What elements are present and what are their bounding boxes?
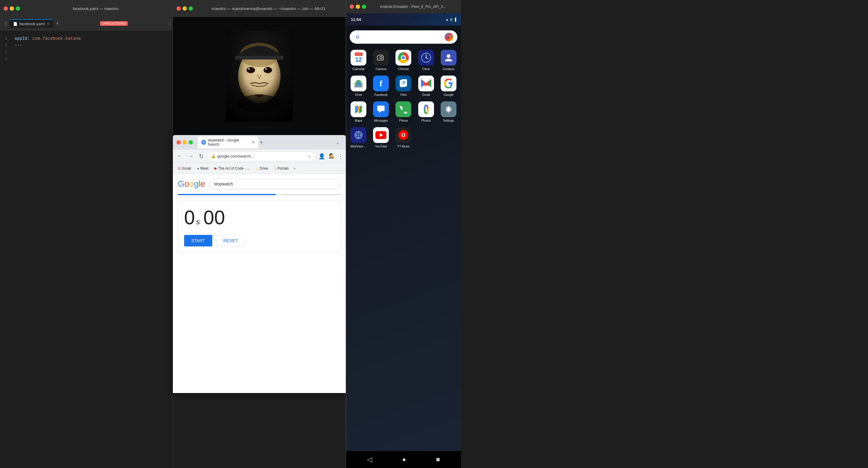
- close-button[interactable]: [4, 6, 8, 11]
- app-drive[interactable]: Drive: [350, 76, 367, 96]
- tab-chevron-button[interactable]: ›: [168, 21, 170, 26]
- back-nav-button[interactable]: ◁: [365, 453, 375, 466]
- editor-titlebar: facebook.yaml — maestro: [0, 0, 173, 17]
- svg-point-6: [265, 68, 267, 70]
- editor-tab[interactable]: 📄 facebook.yaml ✕: [9, 19, 53, 28]
- app-label: Chrome: [398, 67, 409, 71]
- right-background: [461, 0, 868, 468]
- clock-icon: [418, 50, 434, 65]
- app-webview[interactable]: WebView ...: [350, 127, 367, 148]
- gmail-app-icon: [418, 76, 434, 91]
- app-camera[interactable]: Camera: [372, 50, 390, 71]
- terminal-close[interactable]: [177, 6, 181, 11]
- svg-point-12: [380, 57, 382, 59]
- home-nav-button[interactable]: ●: [400, 453, 408, 466]
- recents-nav-button[interactable]: ■: [433, 453, 442, 466]
- app-youtube[interactable]: YouTube: [372, 127, 390, 148]
- photos-icon: [418, 101, 434, 117]
- bookmark-portals[interactable]: □ Portals: [272, 165, 291, 172]
- phone-nav-bar: ◁ ● ■: [346, 451, 461, 468]
- browser-maximize[interactable]: [189, 140, 193, 144]
- bookmarks-more[interactable]: »: [293, 166, 296, 171]
- bookmark-drive[interactable]: △ Drive: [253, 165, 271, 172]
- status-icons: ▲ ||| ▐: [445, 18, 456, 21]
- browser-tab-close[interactable]: ✕: [252, 140, 255, 144]
- app-maps[interactable]: Maps: [350, 101, 367, 122]
- maps-icon: [350, 101, 366, 117]
- app-contacts[interactable]: Contacts: [440, 50, 457, 71]
- app-files[interactable]: Files: [395, 76, 412, 96]
- browser-tab[interactable]: G stopwatch - Google Search ✕: [198, 136, 258, 148]
- app-label: YT Music: [397, 145, 410, 148]
- emulator-minimize[interactable]: [356, 5, 360, 9]
- emulator-traffic-lights: [350, 5, 366, 9]
- app-chrome[interactable]: Chrome: [395, 50, 412, 71]
- browser-close[interactable]: [177, 140, 181, 144]
- address-bar[interactable]: 🔒 google.com/search... ☆: [207, 151, 315, 161]
- youtube-icon: [373, 127, 389, 143]
- bookmark-meet[interactable]: ● Meet: [195, 165, 211, 172]
- app-label: Files: [400, 93, 407, 96]
- app-google[interactable]: Google: [440, 76, 457, 96]
- terminal-minimize[interactable]: [183, 6, 187, 11]
- phone-search-bar[interactable]: G 🎤: [350, 30, 457, 44]
- messages-icon: [373, 101, 389, 117]
- google-logo: Google: [178, 179, 205, 189]
- bookmark-icon[interactable]: ☆: [308, 154, 311, 159]
- app-gmail[interactable]: Gmail: [417, 76, 435, 96]
- back-button[interactable]: ←: [175, 152, 184, 160]
- emulator-screen: 11:54 ▲ ||| ▐ G 🎤 SUN 12: [346, 13, 461, 468]
- forward-button[interactable]: →: [186, 152, 195, 160]
- calendar-icon: SUN 12: [350, 50, 366, 65]
- profile-button[interactable]: 👤: [317, 152, 326, 161]
- bookmarks-bar: G Gmail ● Meet ▶ The Art of Code - ... △…: [173, 163, 346, 174]
- app-phone[interactable]: Phone: [395, 101, 412, 122]
- app-clock[interactable]: Clock: [417, 50, 435, 71]
- app-label: Phone: [399, 119, 408, 122]
- browser-minimize[interactable]: [183, 140, 187, 144]
- app-label: Photos: [421, 119, 431, 122]
- emulator-titlebar: Android Emulator - Pixel_6_Pro_API_3...: [346, 0, 461, 13]
- google-mic-icon[interactable]: 🎤: [445, 33, 453, 41]
- app-label: Google: [444, 93, 454, 96]
- app-ytmusic[interactable]: YT Music: [395, 127, 412, 148]
- start-button[interactable]: START: [184, 235, 212, 246]
- line-number: 4: [5, 56, 10, 62]
- app-label: YouTube: [375, 145, 387, 148]
- terminal-maximize[interactable]: [189, 6, 193, 11]
- new-tab-button[interactable]: +: [56, 20, 59, 27]
- app-label: Camera: [376, 67, 387, 71]
- browser-favicon: G: [202, 140, 206, 145]
- svg-rect-7: [235, 56, 284, 59]
- emulator-close[interactable]: [350, 5, 354, 9]
- new-tab-button[interactable]: +: [259, 139, 263, 146]
- app-label: Calendar: [352, 67, 365, 71]
- svg-point-4: [264, 67, 272, 73]
- incognito-button[interactable]: 🕵️: [328, 152, 336, 161]
- svg-point-34: [402, 134, 404, 136]
- app-label: Drive: [355, 93, 362, 96]
- reset-button[interactable]: RESET: [216, 235, 245, 246]
- app-settings[interactable]: Settings: [440, 101, 457, 122]
- maximize-button[interactable]: [16, 6, 20, 11]
- app-calendar[interactable]: SUN 12 Calendar: [350, 50, 367, 71]
- app-photos[interactable]: Photos: [417, 101, 435, 122]
- more-options-button[interactable]: ⋮: [338, 153, 343, 159]
- sidebar-toggle[interactable]: ⟨: [2, 19, 9, 28]
- refresh-button[interactable]: ↻: [197, 152, 205, 161]
- google-g-icon: G: [354, 33, 361, 41]
- minimize-button[interactable]: [10, 6, 14, 11]
- bookmark-art-of-code[interactable]: ▶ The Art of Code - ...: [212, 165, 252, 172]
- app-label: Gmail: [422, 93, 430, 96]
- address-text: google.com/search...: [217, 154, 306, 158]
- bookmark-gmail[interactable]: G Gmail: [175, 165, 193, 172]
- tab-close-button[interactable]: ✕: [47, 22, 50, 26]
- unregistered-badge: UNREGISTERED: [100, 21, 128, 26]
- browser-chevron[interactable]: ⌄: [336, 140, 340, 145]
- svg-point-8: [245, 75, 252, 80]
- app-messages[interactable]: Messages: [372, 101, 390, 122]
- app-facebook[interactable]: f Facebook: [372, 76, 390, 96]
- google-search-bar[interactable]: stopwatch: [209, 179, 341, 189]
- emulator-maximize[interactable]: [362, 5, 366, 9]
- traffic-lights: [4, 6, 20, 11]
